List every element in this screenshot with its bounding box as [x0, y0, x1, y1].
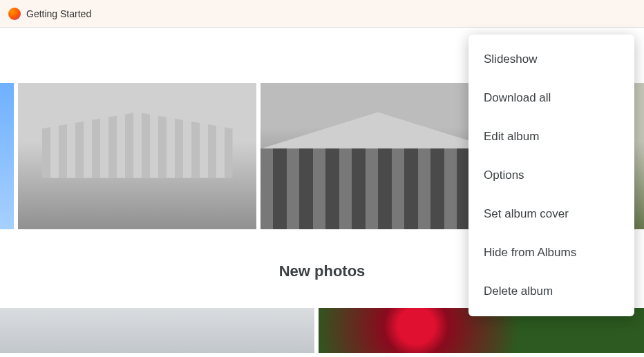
album-options-menu: Slideshow Download all Edit album Option… [468, 35, 634, 316]
menu-item-hide-from-albums[interactable]: Hide from Albums [468, 233, 634, 272]
bookmark-getting-started[interactable]: Getting Started [3, 5, 97, 23]
firefox-icon [8, 8, 21, 20]
photo-thumb[interactable] [0, 308, 314, 353]
menu-item-set-album-cover[interactable]: Set album cover [468, 195, 634, 233]
bookmarks-toolbar: Getting Started [0, 0, 644, 28]
menu-item-slideshow[interactable]: Slideshow [468, 40, 634, 79]
photo-thumb[interactable] [18, 83, 256, 229]
menu-item-options[interactable]: Options [468, 156, 634, 195]
photo-thumb[interactable] [261, 83, 495, 229]
photo-thumb[interactable] [0, 83, 14, 229]
menu-item-download-all[interactable]: Download all [468, 79, 634, 117]
menu-item-edit-album[interactable]: Edit album [468, 117, 634, 156]
menu-item-delete-album[interactable]: Delete album [468, 272, 634, 311]
bookmark-label: Getting Started [26, 8, 91, 19]
